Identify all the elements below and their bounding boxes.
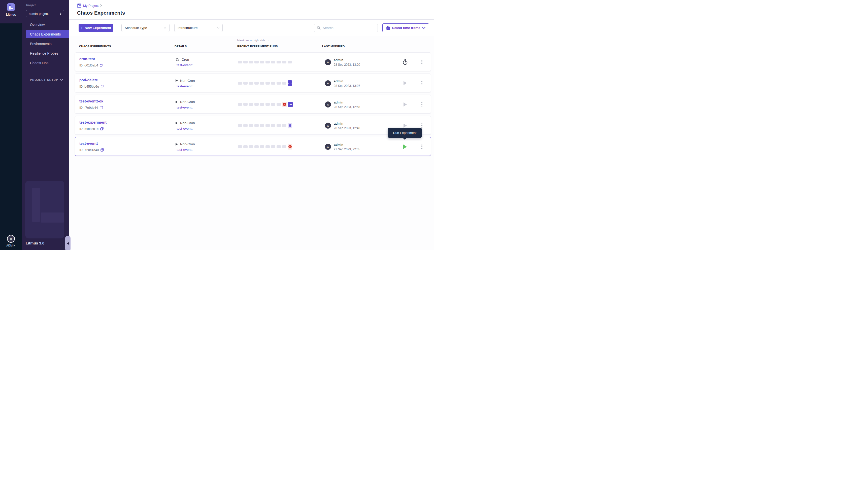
run-history-bar[interactable] [277, 82, 281, 84]
run-history-bar[interactable] [266, 124, 270, 127]
run-status-running[interactable] [288, 80, 292, 86]
run-history-bar[interactable] [243, 61, 248, 64]
row-menu-button[interactable] [420, 95, 424, 114]
run-status-running[interactable] [288, 102, 293, 107]
run-status-failed[interactable]: ✕ [282, 102, 287, 107]
row-menu-button[interactable] [420, 74, 424, 93]
row-menu-button[interactable] [420, 137, 424, 156]
run-history-bar[interactable] [238, 124, 242, 127]
run-history-bar[interactable] [288, 61, 292, 64]
row-menu-button[interactable] [420, 53, 424, 71]
sidebar-item-project-setup[interactable]: PROJECT SETUP [30, 78, 63, 81]
experiment-name-link[interactable]: test-eventt-ok [79, 99, 103, 103]
schedule-type-dropdown[interactable]: Schedule Type [121, 24, 170, 32]
run-experiment-button[interactable] [402, 95, 408, 114]
sidebar-item-chaos-experiments[interactable]: Chaos Experiments [26, 30, 69, 38]
run-history-bar[interactable] [243, 145, 248, 148]
experiment-name-link[interactable]: cron-test [79, 57, 95, 61]
run-history-bar[interactable] [255, 145, 259, 148]
project-logo-icon[interactable] [77, 3, 81, 8]
copy-icon[interactable] [100, 127, 103, 130]
table-row[interactable]: test-eventt-okID: f7e9dc44Non-Crontest-e… [75, 95, 431, 114]
sidebar-collapse-handle[interactable] [65, 236, 70, 250]
table-row[interactable]: cron-testID: d01f5ab4Crontest-eventtAadm… [75, 52, 431, 71]
infrastructure-link[interactable]: test-eventt [177, 105, 192, 109]
copy-icon[interactable] [101, 85, 104, 88]
run-history-bar[interactable] [238, 61, 242, 64]
run-history-bar[interactable] [282, 124, 286, 127]
run-history-bar[interactable] [282, 145, 286, 148]
run-history-bar[interactable] [277, 61, 281, 64]
run-history-bar[interactable] [271, 61, 275, 64]
run-history-bar[interactable] [260, 61, 264, 64]
run-history-bar[interactable] [266, 145, 270, 148]
run-experiment-button[interactable] [402, 137, 408, 156]
run-history-bar[interactable] [249, 124, 253, 127]
breadcrumb-my-project[interactable]: My Project [83, 4, 99, 8]
run-history-bar[interactable] [238, 145, 242, 148]
run-history-bar[interactable] [243, 82, 248, 84]
run-history-bar[interactable] [271, 103, 275, 106]
copy-icon[interactable] [101, 148, 104, 151]
project-selector[interactable]: admin-project [26, 10, 64, 17]
copy-icon[interactable] [100, 64, 103, 67]
table-row[interactable]: test-experimentID: c4b8c51cNon-Crontest-… [75, 116, 431, 135]
run-history-bar[interactable] [277, 103, 281, 106]
run-history-bar[interactable] [255, 103, 259, 106]
run-history-bar[interactable] [249, 82, 253, 84]
run-history-bar[interactable] [260, 82, 264, 84]
infrastructure-link[interactable]: test-eventt [177, 63, 192, 67]
run-history-bar[interactable] [277, 145, 281, 148]
new-experiment-button[interactable]: + New Experiment [79, 24, 113, 32]
run-history-bar[interactable] [249, 103, 253, 106]
run-history-bar[interactable] [249, 61, 253, 64]
run-history-bar[interactable] [266, 61, 270, 64]
table-header-row: CHAOS EXPERIMENTSDETAILSRECENT EXPERIMEN… [69, 45, 434, 49]
run-history-bar[interactable] [243, 103, 248, 106]
run-status-paused[interactable] [288, 123, 292, 128]
infrastructure-link[interactable]: test-eventt [177, 127, 192, 130]
sidebar-item-overview[interactable]: Overview [26, 21, 69, 29]
experiment-name-link[interactable]: pod-delete [79, 78, 98, 82]
run-history-bar[interactable] [282, 61, 286, 64]
run-history-bar[interactable] [260, 103, 264, 106]
select-time-frame-button[interactable]: Select time frame [382, 23, 429, 32]
sidebar-item-resilience-probes[interactable]: Resilience Probes [26, 49, 69, 57]
run-history-bar[interactable] [266, 103, 270, 106]
run-history-bar[interactable] [243, 124, 248, 127]
run-history-bar[interactable] [260, 124, 264, 127]
run-history-bar[interactable] [266, 82, 270, 84]
experiment-name-link[interactable]: test-eventt [79, 141, 98, 146]
copy-icon[interactable] [100, 106, 103, 109]
infrastructure-dropdown[interactable]: Infrastructure [174, 24, 223, 32]
run-history-bar[interactable] [255, 61, 259, 64]
infrastructure-link[interactable]: test-eventt [177, 84, 192, 88]
search-input[interactable] [323, 26, 375, 30]
table-row[interactable]: test-eventtID: 720c1d40Non-Crontest-even… [75, 137, 431, 156]
run-status-failed[interactable]: ✕ [288, 144, 292, 149]
run-history-bar[interactable] [255, 124, 259, 127]
run-experiment-button[interactable] [402, 53, 408, 71]
run-history-bar[interactable] [255, 82, 259, 84]
litmus-logo-icon[interactable] [7, 3, 15, 11]
rail-user-section: A ADMIN [0, 235, 22, 247]
sidebar-item-chaoshubs[interactable]: ChaosHubs [26, 59, 69, 67]
infrastructure-link[interactable]: test-eventt [177, 148, 192, 151]
table-row[interactable]: pod-deleteID: b455bb6eNon-Crontest-event… [75, 73, 431, 92]
run-history-bar[interactable] [260, 145, 264, 148]
run-history-bar[interactable] [282, 82, 286, 84]
run-history-bar[interactable] [238, 82, 242, 84]
page-header: My Project Chaos Experiments [69, 0, 434, 20]
run-history-bar[interactable] [249, 145, 253, 148]
user-avatar[interactable]: A [7, 235, 15, 243]
experiment-name-link[interactable]: test-experiment [79, 120, 106, 124]
run-history-bar[interactable] [271, 82, 275, 84]
schedule-type: Cron [176, 58, 189, 61]
schedule-type: Non-Cron [176, 142, 195, 146]
run-history-bar[interactable] [271, 145, 275, 148]
run-history-bar[interactable] [277, 124, 281, 127]
run-history-bar[interactable] [271, 124, 275, 127]
run-experiment-button[interactable] [402, 74, 408, 93]
sidebar-item-environments[interactable]: Environments [26, 40, 69, 48]
run-history-bar[interactable] [238, 103, 242, 106]
